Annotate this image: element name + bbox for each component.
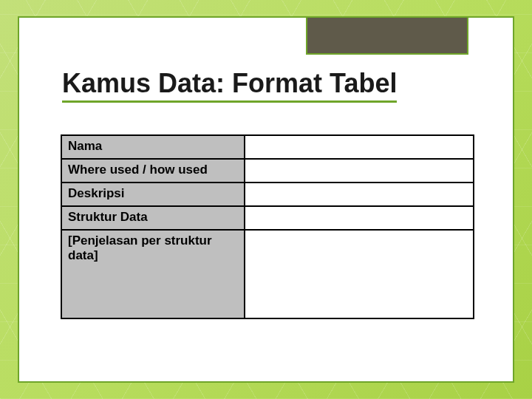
cell-label-deskripsi: Deskripsi bbox=[61, 183, 245, 206]
table-row: Where used / how used bbox=[61, 159, 474, 183]
table-row: Nama bbox=[61, 135, 474, 159]
cell-value-struktur-data bbox=[245, 206, 474, 230]
cell-label-penjelasan: [Penjelasan per struktur data] bbox=[61, 230, 245, 318]
table-row: Deskripsi bbox=[61, 183, 474, 206]
table-row: Struktur Data bbox=[61, 206, 474, 230]
corner-tab-decoration bbox=[306, 16, 468, 55]
cell-value-where-used bbox=[245, 159, 474, 183]
table-row: [Penjelasan per struktur data] bbox=[61, 230, 474, 318]
cell-label-struktur-data: Struktur Data bbox=[61, 206, 245, 230]
cell-label-nama: Nama bbox=[61, 135, 245, 159]
data-dictionary-table: Nama Where used / how used Deskripsi Str… bbox=[61, 134, 474, 319]
cell-value-nama bbox=[245, 135, 474, 159]
cell-label-where-used: Where used / how used bbox=[61, 159, 245, 183]
cell-value-penjelasan bbox=[245, 230, 474, 318]
page-title: Kamus Data: Format Tabel bbox=[62, 68, 397, 103]
slide-card: Kamus Data: Format Tabel Nama Where used… bbox=[18, 16, 514, 383]
cell-value-deskripsi bbox=[245, 183, 474, 206]
